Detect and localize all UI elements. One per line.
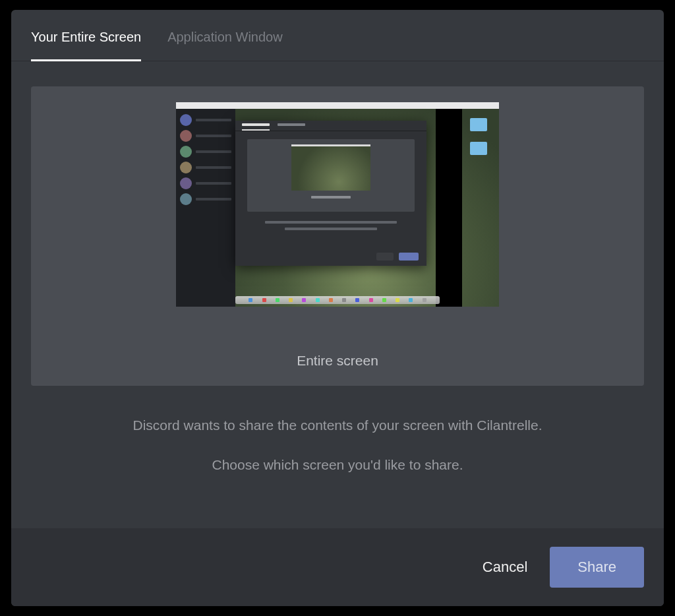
screen-preview-card[interactable]: Entire screen	[31, 86, 644, 386]
screen-share-modal: Your Entire Screen Application Window	[11, 10, 664, 606]
screen-thumbnail	[176, 102, 499, 307]
description-line-1: Discord wants to share the contents of y…	[133, 415, 543, 436]
tab-bar: Your Entire Screen Application Window	[11, 10, 664, 61]
modal-footer: Cancel Share	[11, 528, 664, 606]
share-button[interactable]: Share	[550, 547, 644, 588]
cancel-button[interactable]: Cancel	[483, 559, 527, 576]
preview-caption: Entire screen	[297, 353, 378, 369]
tab-application-window[interactable]: Application Window	[167, 30, 283, 61]
description-line-2: Choose which screen you'd like to share.	[133, 454, 543, 476]
tab-entire-screen[interactable]: Your Entire Screen	[31, 30, 141, 61]
modal-description: Discord wants to share the contents of y…	[133, 415, 543, 475]
modal-content: Entire screen Discord wants to share the…	[11, 61, 664, 528]
